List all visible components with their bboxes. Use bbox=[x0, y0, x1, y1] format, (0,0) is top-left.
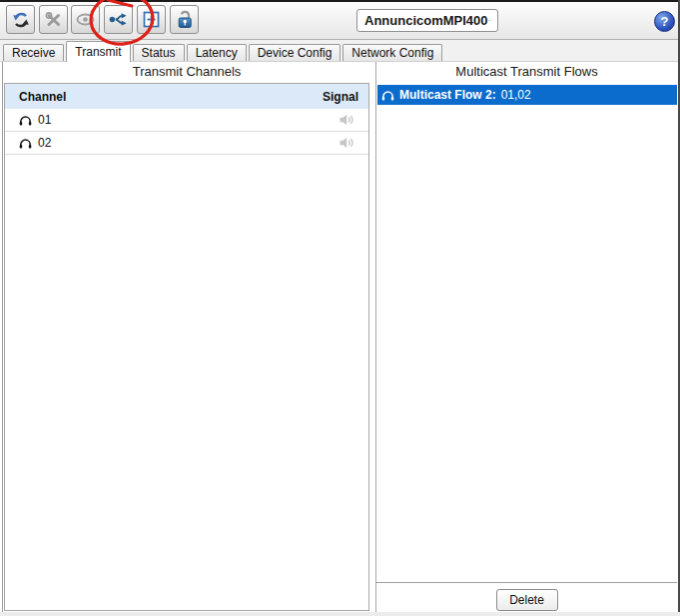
multicast-flows-panel: Multicast Transmit Flows Multicast Flow … bbox=[375, 62, 677, 612]
tab-bar: Receive Transmit Status Latency Device C… bbox=[0, 40, 678, 62]
eye-icon bbox=[76, 13, 95, 26]
lock-icon bbox=[176, 10, 194, 29]
channel-label: 01 bbox=[38, 113, 51, 127]
help-button[interactable]: ? bbox=[654, 11, 675, 32]
refresh-button[interactable] bbox=[6, 5, 35, 34]
channels-table-header: Channel Signal bbox=[5, 84, 368, 109]
refresh-icon bbox=[12, 11, 30, 29]
chevron-down-icon bbox=[488, 17, 490, 24]
transmit-channels-title: Transmit Channels bbox=[3, 62, 370, 79]
headphone-icon bbox=[19, 115, 32, 126]
tab-transmit[interactable]: Transmit bbox=[66, 41, 130, 62]
speaker-icon bbox=[340, 114, 354, 126]
device-selector-value: AnnuncicomMPI400 bbox=[364, 13, 488, 28]
flows-list: Multicast Flow 2: 01,02 bbox=[377, 85, 677, 105]
speaker-icon bbox=[340, 137, 354, 149]
tab-receive[interactable]: Receive bbox=[3, 44, 64, 61]
headphone-icon bbox=[381, 90, 394, 101]
tools-icon bbox=[45, 11, 62, 28]
tab-latency[interactable]: Latency bbox=[187, 44, 247, 61]
column-header-channel: Channel bbox=[5, 90, 66, 104]
add-button[interactable] bbox=[137, 5, 166, 34]
device-selector[interactable]: AnnuncicomMPI400 bbox=[356, 9, 498, 32]
multicast-icon bbox=[109, 12, 128, 27]
help-icon: ? bbox=[661, 14, 669, 29]
main-content: Transmit Channels Channel Signal 01 bbox=[0, 62, 678, 612]
channels-table: Channel Signal 01 bbox=[4, 83, 369, 611]
tab-status[interactable]: Status bbox=[133, 44, 185, 61]
tools-button bbox=[39, 5, 68, 34]
tab-device-config[interactable]: Device Config bbox=[249, 44, 341, 61]
multicast-flows-title: Multicast Transmit Flows bbox=[376, 62, 677, 79]
flow-label: Multicast Flow 2: bbox=[399, 88, 496, 102]
app-window: AnnuncicomMPI400 ? Receive Transmit Stat… bbox=[0, 0, 680, 616]
flow-channels: 01,02 bbox=[501, 88, 531, 102]
button-area-divider bbox=[376, 582, 677, 583]
transmit-channels-panel: Transmit Channels Channel Signal 01 bbox=[2, 62, 370, 612]
toolbar: AnnuncicomMPI400 ? bbox=[0, 2, 678, 40]
lock-button[interactable] bbox=[170, 5, 199, 34]
channel-row-01[interactable]: 01 bbox=[5, 109, 368, 132]
multicast-config-button[interactable] bbox=[104, 5, 133, 34]
eye-button bbox=[71, 5, 100, 34]
column-header-signal: Signal bbox=[323, 90, 368, 104]
headphone-icon bbox=[19, 138, 32, 149]
window-bottom-edge bbox=[0, 612, 680, 616]
add-icon bbox=[142, 10, 161, 29]
tab-network-config[interactable]: Network Config bbox=[342, 44, 442, 61]
flow-row-multicast-2[interactable]: Multicast Flow 2: 01,02 bbox=[377, 85, 677, 105]
channel-row-02[interactable]: 02 bbox=[5, 132, 368, 155]
channel-label: 02 bbox=[38, 136, 51, 150]
delete-button[interactable]: Delete bbox=[496, 589, 558, 611]
